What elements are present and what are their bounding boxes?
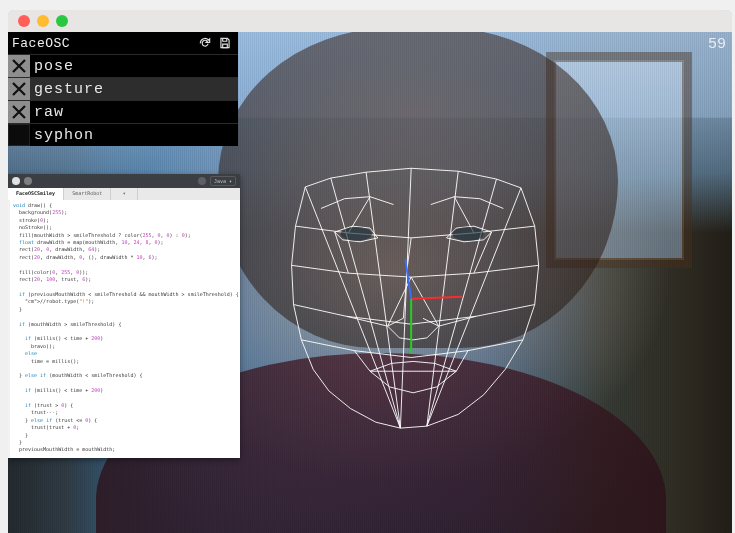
tab-faceoscsmiley[interactable]: FaceOSCSmiley (8, 188, 64, 200)
osc-toggle-raw[interactable]: raw (8, 100, 238, 123)
osc-label: raw (34, 104, 64, 121)
checkbox-unchecked-icon (8, 124, 30, 146)
editor-code-area[interactable]: void draw() { background(255); stroke(0)… (8, 200, 240, 458)
play-icon[interactable] (12, 177, 20, 185)
stop-icon[interactable] (24, 177, 32, 185)
checkbox-checked-icon (8, 101, 30, 123)
mode-selector[interactable]: Java ▾ (210, 176, 236, 186)
window-zoom-button[interactable] (56, 15, 68, 27)
tab-smartrobot[interactable]: SmartRobot (64, 188, 111, 200)
osc-label: syphon (34, 127, 94, 144)
editor-tabs: FaceOSCSmiley SmartRobot ▾ (8, 188, 240, 200)
editor-toolbar: Java ▾ (8, 174, 240, 188)
app-window: 59 FaceOSC pose (8, 10, 732, 533)
osc-toggle-syphon[interactable]: syphon (8, 123, 238, 146)
macos-titlebar (8, 10, 732, 32)
refresh-icon[interactable] (198, 36, 212, 50)
window-close-button[interactable] (18, 15, 30, 27)
code-text: void draw() { background(255); stroke(0)… (10, 200, 240, 458)
checkbox-checked-icon (8, 78, 30, 100)
add-tab-button[interactable]: ▾ (111, 188, 138, 200)
save-icon[interactable] (218, 36, 232, 50)
osc-label: pose (34, 58, 74, 75)
mode-label: Java (214, 178, 226, 184)
fps-counter: 59 (708, 36, 726, 53)
faceosc-panel: FaceOSC pose (8, 32, 238, 146)
subject-hair (218, 32, 618, 348)
app-name: FaceOSC (12, 36, 70, 51)
faceosc-header: FaceOSC (8, 32, 238, 54)
camera-stage: 59 FaceOSC pose (8, 32, 732, 533)
osc-toggle-pose[interactable]: pose (8, 54, 238, 77)
code-editor-window: Java ▾ FaceOSCSmiley SmartRobot ▾ void d… (8, 174, 240, 458)
window-minimize-button[interactable] (37, 15, 49, 27)
osc-toggle-gesture[interactable]: gesture (8, 77, 238, 100)
background-window (546, 52, 692, 268)
osc-label: gesture (34, 81, 104, 98)
debug-icon[interactable] (198, 177, 206, 185)
checkbox-checked-icon (8, 55, 30, 77)
